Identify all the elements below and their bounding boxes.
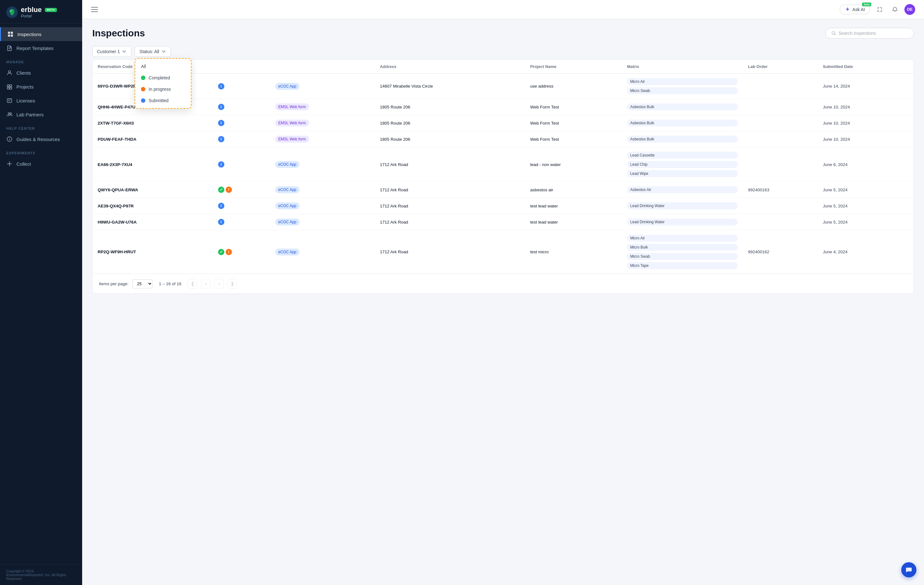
status-option-submitted[interactable]: Submitted	[135, 95, 191, 106]
sidebar-item-guides-label: Guides & Resources	[16, 137, 60, 142]
submitted-icon: i	[218, 104, 224, 110]
svg-point-8	[8, 71, 11, 73]
address-cell: 14607 Mirabelle Vista Circle	[375, 74, 525, 99]
search-input[interactable]	[839, 31, 908, 36]
col-lab-order: Lab Order	[743, 60, 818, 74]
date-cell: June 6, 2024	[818, 147, 914, 182]
lab-order-cell	[743, 147, 818, 182]
customer-filter-button[interactable]: Customer 1	[92, 46, 132, 57]
table-row[interactable]: RP2Q-WF9H-HRUT ✓ ! eCOC App 1712 Ark Roa…	[92, 230, 914, 274]
source-badge: EMSL Web form	[275, 119, 309, 127]
hamburger-menu[interactable]	[91, 7, 98, 12]
page-last-button[interactable]: ⟫	[228, 279, 237, 288]
table-row[interactable]: EA66-2X3P-7XU4 i eCOC App 1712 Ark Road …	[92, 147, 914, 182]
completed-icon: ✓	[218, 187, 224, 193]
date-cell: June 5, 2024	[818, 182, 914, 198]
completed-dot	[141, 76, 145, 80]
status-cell: i	[213, 131, 270, 147]
guides-icon	[6, 136, 13, 142]
sidebar-item-inspections[interactable]: Inspections	[0, 27, 82, 41]
notifications-button[interactable]	[889, 4, 901, 15]
submitted-icon: i	[218, 83, 224, 89]
source-cell: eCOC App	[270, 230, 375, 274]
table-row[interactable]: PDUW-FEAF-THDA i EMSL Web form 1805 Rout…	[92, 131, 914, 147]
sidebar-item-lab-partners[interactable]: Lab Partners	[0, 107, 82, 121]
sidebar-item-report-templates[interactable]: Report Templates	[0, 41, 82, 55]
sidebar-item-collect-label: Collect	[16, 161, 31, 167]
status-filter-button[interactable]: Status: All	[135, 46, 171, 57]
items-per-page-select[interactable]: 102550100	[132, 279, 153, 288]
svg-rect-5	[11, 35, 13, 37]
matrix-chip: Asbestos Bulk	[627, 103, 738, 111]
source-badge: eCOC App	[275, 186, 300, 193]
matrix-cell: Micro AirMicro BulkMicro SwabMicro Tape	[622, 230, 743, 274]
source-cell: eCOC App	[270, 182, 375, 198]
submitted-option-label: Submitted	[148, 98, 168, 103]
sidebar-item-licenses[interactable]: Licenses	[0, 94, 82, 107]
table-row[interactable]: 2XTW-T7GF-X6H3 i EMSL Web form 1805 Rout…	[92, 115, 914, 131]
project-cell: Web Form Test	[525, 115, 622, 131]
help-section-label: HELP CENTER	[0, 121, 82, 132]
matrix-chip: Lead Cassette	[627, 152, 738, 159]
source-badge: eCOC App	[275, 248, 300, 256]
svg-rect-9	[7, 85, 9, 87]
sidebar-item-projects[interactable]: Projects	[0, 80, 82, 94]
table-row[interactable]: AE39-QX4Q-P97R i eCOC App 1712 Ark Road …	[92, 198, 914, 214]
grid-icon	[7, 31, 13, 37]
table-row[interactable]: 69YG-D3WR-WP2F i eCOC App 14607 Mirabell…	[92, 74, 914, 99]
search-box[interactable]	[825, 28, 914, 39]
status-option-completed[interactable]: Completed	[135, 72, 191, 83]
avatar[interactable]: DE	[904, 4, 915, 15]
matrix-cell: Asbestos Air	[622, 182, 743, 198]
sidebar-item-collect[interactable]: Collect	[0, 157, 82, 171]
sidebar-item-clients[interactable]: Clients	[0, 66, 82, 80]
chat-fab-button[interactable]	[901, 562, 916, 577]
sidebar-item-report-templates-label: Report Templates	[16, 46, 53, 51]
lab-order-cell	[743, 74, 818, 99]
table-row[interactable]: QWY6-QPUA-ERWA ✓ ! eCOC App 1712 Ark Roa…	[92, 182, 914, 198]
status-cell: i	[213, 99, 270, 115]
table-row[interactable]: H9WU-GA2W-U76A i eCOC App 1712 Ark Road …	[92, 214, 914, 230]
col-status	[213, 60, 270, 74]
sidebar-item-guides[interactable]: Guides & Resources	[0, 132, 82, 146]
chevron-down-icon	[122, 49, 127, 54]
svg-rect-2	[8, 31, 10, 34]
project-cell: test lead water	[525, 214, 622, 230]
address-cell: 1712 Ark Road	[375, 198, 525, 214]
status-cell: i	[213, 198, 270, 214]
svg-rect-13	[7, 99, 12, 102]
svg-rect-3	[11, 31, 13, 34]
topbar-left	[91, 7, 98, 12]
page-next-button[interactable]: ›	[214, 279, 224, 288]
main-area: Ask AI beta DE Inspections C	[82, 0, 924, 585]
matrix-chip: Micro Air	[627, 78, 738, 85]
warning-icon: !	[226, 249, 232, 255]
address-cell: 1805 Route 206	[375, 131, 525, 147]
matrix-chip: Lead Drinking Water	[627, 218, 738, 225]
expand-icon	[877, 7, 883, 12]
logo-sub: Portal	[21, 14, 57, 18]
ask-ai-beta-tag: beta	[862, 3, 871, 6]
status-option-in-progress[interactable]: In progress	[135, 83, 191, 95]
lab-order-cell	[743, 99, 818, 115]
table-body: 69YG-D3WR-WP2F i eCOC App 14607 Mirabell…	[92, 74, 914, 274]
licenses-icon	[6, 98, 13, 104]
expand-icon-button[interactable]	[874, 4, 886, 15]
ask-ai-button[interactable]: Ask AI beta	[840, 5, 870, 14]
source-cell: EMSL Web form	[270, 99, 375, 115]
date-cell: June 10, 2024	[818, 115, 914, 131]
status-option-all[interactable]: All	[135, 61, 191, 72]
col-date: Submitted Date	[818, 60, 914, 74]
lab-order-cell: 992400162	[743, 230, 818, 274]
address-cell: 1712 Ark Road	[375, 214, 525, 230]
status-filter-label: Status: All	[139, 49, 159, 54]
matrix-chip: Asbestos Bulk	[627, 136, 738, 143]
table-row[interactable]: QHH6-4HWE-P47U i EMSL Web form 1805 Rout…	[92, 99, 914, 115]
all-option-label: All	[141, 64, 146, 69]
page-prev-button[interactable]: ‹	[201, 279, 210, 288]
pagination-row: Items per page: 102550100 1 – 16 of 16 ⟪…	[92, 274, 914, 293]
status-cell: i	[213, 115, 270, 131]
page-first-button[interactable]: ⟪	[188, 279, 197, 288]
lab-order-cell	[743, 115, 818, 131]
source-badge: eCOC App	[275, 161, 300, 168]
